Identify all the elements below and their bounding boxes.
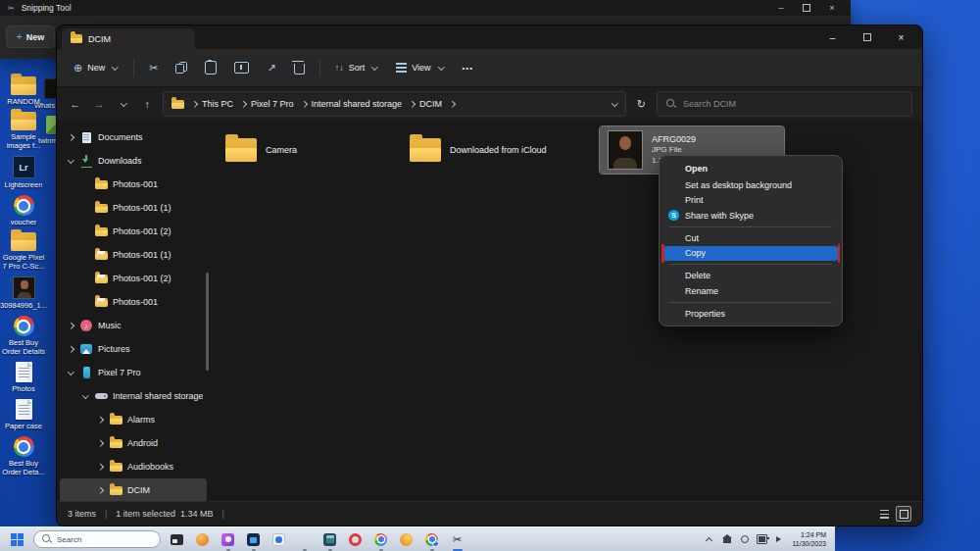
rename-button[interactable] <box>225 55 258 80</box>
chevron-right-icon[interactable] <box>66 322 74 330</box>
sidebar-item-pictures[interactable]: Pictures <box>60 337 207 361</box>
taskbar-clock[interactable]: 1:24 PM 11/30/2023 <box>792 530 826 548</box>
desktop-icon-google-pixel-7-pro-c-sc[interactable]: Google Pixel 7 Pro C-Sc... <box>0 232 47 271</box>
desktop-icon-best-buy-order-deta[interactable]: Best Buy Order Deta... <box>0 436 47 476</box>
sidebar-item-dcim[interactable]: DCIM <box>60 478 207 502</box>
sidebar-item-photos-001[interactable]: Photos-001 <box>60 173 207 196</box>
sidebar-item-documents[interactable]: Documents <box>60 125 207 149</box>
view-button[interactable]: View <box>387 55 453 80</box>
taskbar-icon-photos-app[interactable] <box>220 531 236 548</box>
sidebar-item-photos-001-2[interactable]: Photos-001 (2) <box>60 220 207 243</box>
chevron-right-icon[interactable] <box>95 416 104 425</box>
chevron-right-icon[interactable] <box>66 345 74 354</box>
taskbar-icon-chrome-browser[interactable] <box>372 531 389 548</box>
up-button[interactable]: ↑ <box>139 94 157 114</box>
explorer-maximize-button[interactable] <box>850 27 884 47</box>
desktop-icon-paper-case[interactable]: Paper case <box>0 399 47 430</box>
recent-locations-button[interactable] <box>115 94 132 114</box>
chevron-down-icon[interactable] <box>66 369 74 377</box>
search-box[interactable]: Search DCIM <box>657 91 912 117</box>
address-bar[interactable]: This PCPixel 7 ProInternal shared storag… <box>163 91 626 117</box>
context-menu-item-cut[interactable]: Cut <box>663 230 838 245</box>
explorer-minimize-button[interactable]: – <box>815 27 850 47</box>
paste-button[interactable] <box>196 55 225 80</box>
taskbar-icon-snipping-tool[interactable]: ✂ <box>449 531 466 548</box>
status-tray-icon[interactable] <box>739 534 750 545</box>
taskbar-icon-calculator-app[interactable] <box>321 531 338 548</box>
context-menu-item-properties[interactable]: Properties <box>663 306 838 321</box>
chevron-right-icon[interactable] <box>95 486 104 495</box>
volume-tray-icon[interactable] <box>774 534 785 545</box>
context-menu-item-delete[interactable]: Delete <box>663 269 838 283</box>
details-view-toggle[interactable] <box>877 507 891 521</box>
cut-button[interactable]: ✂ <box>140 55 167 80</box>
sidebar-item-downloads[interactable]: Downloads <box>60 149 207 173</box>
snip-minimize-button[interactable]: – <box>768 0 794 16</box>
sidebar-item-photos-001-1[interactable]: Photos-001 (1) <box>60 243 207 267</box>
taskbar-icon-office-app[interactable] <box>194 531 211 548</box>
tab-dcim[interactable]: DCIM <box>62 28 195 49</box>
refresh-button[interactable]: ↻ <box>633 98 650 111</box>
context-menu-item-rename[interactable]: Rename <box>663 283 838 298</box>
sidebar-item-pixel-7-pro[interactable]: Pixel 7 Pro <box>60 361 207 384</box>
delete-button[interactable] <box>285 55 314 80</box>
context-menu-item-share-with-skype[interactable]: SShare with Skype <box>663 208 838 223</box>
desktop-icon-sample-images-f[interactable]: Sample images f... <box>0 112 47 150</box>
file-tile-camera[interactable]: Camera <box>218 126 390 174</box>
sidebar-item-photos-001[interactable]: Photos-001 <box>60 290 207 314</box>
context-menu-item-open[interactable]: Open <box>663 161 838 177</box>
desktop-icon-voucher[interactable]: voucher <box>0 195 47 226</box>
context-menu-item-copy[interactable]: Copy <box>663 246 838 261</box>
taskbar-icon-store-app[interactable] <box>245 531 262 548</box>
tray-expand-button[interactable] <box>704 534 714 545</box>
file-tile-downloaded-from-icloud[interactable]: Downloaded from iCloud <box>402 126 604 174</box>
chevron-down-icon[interactable] <box>80 392 89 401</box>
large-icons-view-toggle[interactable] <box>896 506 911 522</box>
breadcrumb-item-dcim[interactable]: DCIM <box>419 99 442 109</box>
new-button[interactable]: ⊕ New <box>65 55 127 80</box>
breadcrumb-item-internal-shared-storage[interactable]: Internal shared storage <box>312 99 403 109</box>
taskbar-search[interactable]: Search <box>33 530 161 548</box>
desktop-icon-random[interactable]: RANDOM <box>0 76 47 106</box>
taskbar-icon-opera-browser[interactable] <box>347 531 364 548</box>
home-tray-icon[interactable] <box>721 534 732 545</box>
snip-close-button[interactable]: × <box>819 0 845 16</box>
taskbar-icon-paint-app[interactable] <box>270 531 287 548</box>
start-button[interactable] <box>9 531 25 548</box>
sidebar-item-photos-001-1[interactable]: Photos-001 (1) <box>60 196 207 220</box>
context-menu-item-set-as-desktop-background[interactable]: Set as desktop background <box>663 177 838 192</box>
chevron-down-icon[interactable] <box>66 157 74 166</box>
taskbar-icon-file-explorer[interactable] <box>296 531 313 548</box>
taskbar-icon-chrome-profile[interactable] <box>423 531 440 548</box>
chevron-right-icon[interactable] <box>95 463 104 472</box>
desktop-icon-best-buy-order-details[interactable]: Best Buy Order Details <box>0 316 47 356</box>
forward-button[interactable]: → <box>91 94 109 114</box>
sidebar-item-music[interactable]: ♪Music <box>60 314 207 337</box>
sidebar-item-audiobooks[interactable]: Audiobooks <box>60 455 207 478</box>
battery-tray-icon[interactable] <box>757 534 767 545</box>
more-options-button[interactable]: ••• <box>454 55 482 80</box>
sidebar-item-android[interactable]: Android <box>60 431 207 455</box>
chevron-right-icon[interactable] <box>66 133 74 142</box>
breadcrumb-item-this-pc[interactable]: This PC <box>202 99 233 109</box>
copy-button[interactable] <box>167 55 196 80</box>
snip-new-button[interactable]: + New <box>6 25 55 48</box>
address-dropdown-icon[interactable] <box>610 100 617 109</box>
sidebar-scrollbar[interactable] <box>206 273 209 371</box>
sidebar-item-internal-shared-storage[interactable]: Internal shared storage <box>60 384 207 408</box>
desktop-icon-photos[interactable]: Photos <box>0 362 47 393</box>
taskbar-icon-notebook-app[interactable] <box>169 531 185 548</box>
taskbar-icon-browser-app[interactable] <box>398 531 415 548</box>
sort-button[interactable]: ↑↓ Sort <box>326 55 388 80</box>
explorer-close-button[interactable]: × <box>884 27 918 47</box>
sidebar-item-photos-001-2[interactable]: Photos-001 (2) <box>60 267 207 290</box>
back-button[interactable]: ← <box>67 94 84 114</box>
context-menu-item-print[interactable]: Print <box>663 193 838 208</box>
sidebar-item-alarms[interactable]: Alarms <box>60 408 207 431</box>
desktop-icon-30984996-1[interactable]: 30984996_1... <box>0 276 47 310</box>
share-button[interactable]: ↗ <box>258 55 284 80</box>
desktop-icon-lightscreen[interactable]: LrLightscreen <box>0 156 47 189</box>
chevron-right-icon[interactable] <box>95 439 104 448</box>
snip-maximize-button[interactable] <box>794 0 819 16</box>
breadcrumb-item-pixel-7-pro[interactable]: Pixel 7 Pro <box>251 99 294 109</box>
